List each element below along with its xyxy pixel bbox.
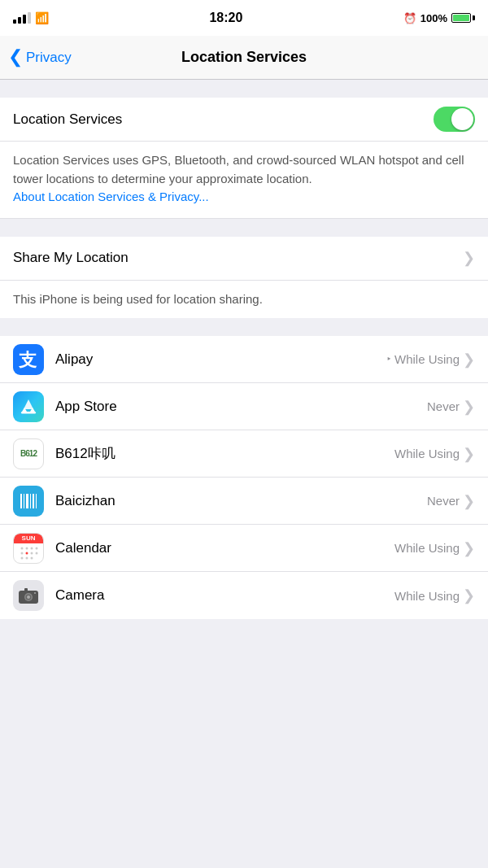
status-bar: 📶 18:20 ⏰ 100% [0,0,488,36]
camera-label: Camera [55,587,394,604]
privacy-link[interactable]: About Location Services & Privacy... [13,190,209,203]
svg-rect-23 [24,588,28,591]
baicizhan-status: Never ❯ [427,492,475,510]
appstore-status: Never ❯ [427,398,475,416]
calendar-label: Calendar [55,540,394,556]
svg-point-16 [21,556,24,559]
battery-percent: 100% [420,12,447,24]
app-row-camera[interactable]: Camera While Using ❯ [0,572,488,619]
b612-label: B612咔叽 [55,444,394,463]
back-label: Privacy [26,50,72,66]
svg-point-24 [34,592,36,594]
camera-status: While Using ❯ [394,587,475,604]
back-button[interactable]: ❮ Privacy [8,49,72,66]
svg-point-17 [26,556,28,559]
svg-text:支: 支 [18,350,37,370]
page-title: Location Services [181,49,307,66]
app-row-appstore[interactable]: App Store Never ❯ [0,383,488,430]
camera-status-text: While Using [394,589,460,603]
svg-rect-5 [30,494,31,508]
svg-rect-2 [20,494,22,508]
b612-chevron: ❯ [463,445,475,463]
baicizhan-icon [13,486,44,517]
appstore-chevron: ❯ [463,398,475,416]
calendar-status: While Using ❯ [394,539,475,557]
status-left: 📶 [13,11,49,24]
alarm-icon: ⏰ [403,12,416,24]
status-right: ⏰ 100% [403,12,475,24]
svg-point-9 [26,547,28,549]
svg-rect-7 [36,494,37,508]
alipay-chevron: ❯ [463,351,475,369]
svg-point-14 [31,552,33,554]
toggle-knob [451,108,473,130]
description-text: Location Services uses GPS, Bluetooth, a… [13,153,464,185]
calendar-chevron: ❯ [463,539,475,557]
location-services-label: Location Services [13,111,434,128]
b612-status: While Using ❯ [394,445,475,463]
svg-point-22 [27,595,30,599]
location-services-row: Location Services [0,98,488,142]
svg-rect-1 [21,412,36,414]
camera-chevron: ❯ [463,587,475,604]
svg-rect-3 [24,494,24,508]
calendar-status-text: While Using [394,541,460,555]
svg-point-13 [26,552,28,554]
app-row-b612[interactable]: B612 B612咔叽 While Using ❯ [0,430,488,478]
svg-rect-6 [33,494,34,508]
location-services-toggle[interactable] [434,107,475,132]
chevron-right-icon: ❯ [463,249,475,267]
location-sharing-notice: This iPhone is being used for location s… [0,281,488,319]
alipay-icon: 支 [13,344,44,375]
app-row-alipay[interactable]: 支 Alipay ‣ While Using ❯ [0,336,488,383]
appstore-status-text: Never [427,399,460,413]
svg-point-15 [36,552,38,554]
location-services-description: Location Services uses GPS, Bluetooth, a… [0,142,488,219]
app-row-baicizhan[interactable]: Baicizhan Never ❯ [0,478,488,525]
alipay-label: Alipay [55,351,386,368]
b612-icon: B612 [13,438,44,469]
svg-point-8 [21,547,24,549]
camera-icon [13,580,44,611]
section-gap-2 [0,219,488,237]
baicizhan-chevron: ❯ [463,492,475,510]
signal-bars [13,12,31,24]
chevron-left-icon: ❮ [8,48,23,66]
b612-status-text: While Using [394,447,460,460]
location-arrow-icon: ‣ [386,354,391,364]
svg-point-10 [31,547,33,549]
battery-icon [451,13,475,23]
appstore-icon [13,391,44,422]
svg-rect-4 [26,494,28,508]
notice-text: This iPhone is being used for location s… [13,292,263,306]
alipay-status: ‣ While Using ❯ [386,351,475,369]
share-my-location-label: Share My Location [13,250,463,266]
baicizhan-status-text: Never [427,494,460,508]
svg-point-11 [36,547,38,549]
svg-point-18 [31,556,33,559]
calendar-icon: SUN [13,533,44,564]
status-time: 18:20 [209,11,242,25]
app-list: 支 Alipay ‣ While Using ❯ App Store Never… [0,336,488,619]
alipay-status-text: While Using [394,352,460,366]
appstore-label: App Store [55,399,427,415]
share-my-location-row[interactable]: Share My Location ❯ [0,237,488,281]
section-gap-top [0,80,488,98]
app-row-calendar[interactable]: SUN Calendar Whi [0,525,488,572]
nav-bar: ❮ Privacy Location Services [0,36,488,80]
svg-point-12 [21,552,24,554]
baicizhan-label: Baicizhan [55,493,427,509]
wifi-icon: 📶 [35,11,49,24]
